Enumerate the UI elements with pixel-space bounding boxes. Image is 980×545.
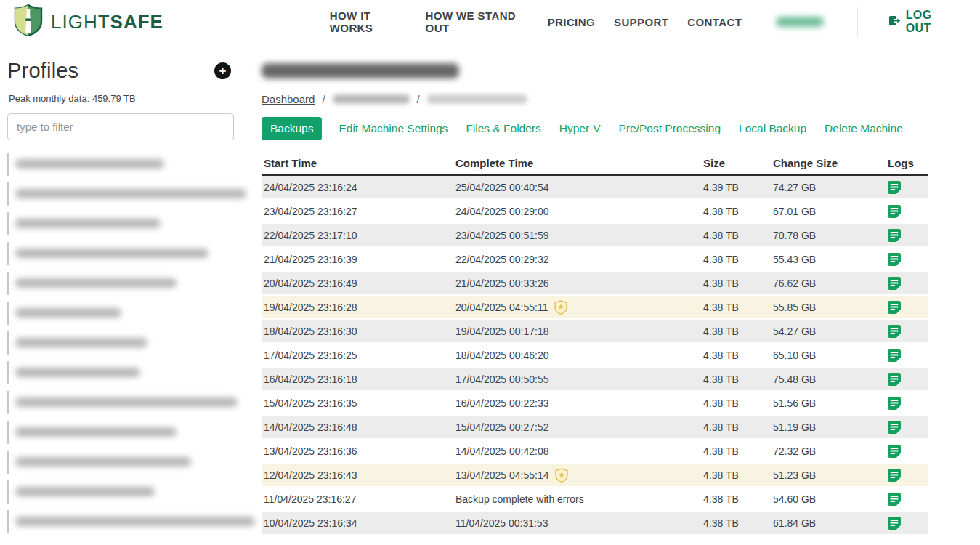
backup-table-row: 23/04/2025 23:16:27 24/04/2025 00:29:00 … [262, 200, 928, 222]
complete-time-text: 18/04/2025 00:46:20 [455, 350, 548, 361]
complete-time-cell: 16/04/2025 00:22:33 [453, 397, 703, 409]
log-file-icon[interactable] [888, 349, 901, 362]
nav-item-how-we-stand-out[interactable]: HOW WE STAND OUT [426, 9, 529, 34]
nav-item-support[interactable]: SUPPORT [614, 16, 668, 28]
log-file-icon[interactable] [888, 253, 901, 266]
profile-accent-bar [7, 421, 9, 444]
tab-local-backup[interactable]: Local Backup [737, 117, 808, 140]
complete-time-cell: 19/04/2025 00:17:18 [453, 326, 703, 337]
backup-table-row: 14/04/2025 23:16:48 15/04/2025 00:27:52 … [262, 416, 928, 438]
top-bar: LIGHTSAFE HOW IT WORKS HOW WE STAND OUT … [0, 0, 980, 44]
logs-cell [886, 277, 928, 290]
size-cell: 4.38 TB [703, 206, 773, 217]
log-file-icon[interactable] [888, 373, 901, 386]
log-file-icon[interactable] [888, 493, 901, 506]
profile-list-item[interactable] [7, 271, 256, 295]
backup-table-row: 11/04/2025 23:16:27 Backup complete with… [262, 488, 928, 510]
log-file-icon[interactable] [888, 325, 901, 338]
logs-cell [886, 445, 928, 458]
log-file-icon[interactable] [888, 229, 901, 242]
machine-title-redacted [262, 63, 459, 78]
tab-backups[interactable]: Backups [262, 117, 322, 140]
profile-list-item[interactable] [7, 301, 256, 325]
complete-time-text: 21/04/2025 00:33:26 [455, 278, 548, 289]
profile-name-redacted [15, 487, 155, 496]
logs-cell [886, 421, 928, 434]
profile-name-redacted [15, 278, 177, 288]
divider [742, 7, 742, 37]
complete-time-cell: 21/04/2025 00:33:26 [453, 278, 703, 289]
brand-logo[interactable]: LIGHTSAFE [0, 4, 206, 40]
log-file-icon[interactable] [888, 181, 901, 194]
tab-files-folders[interactable]: Files & Folders [464, 117, 542, 140]
start-time-cell: 12/04/2025 23:16:43 [262, 469, 453, 481]
profile-list-item[interactable] [7, 509, 256, 533]
tab-delete-machine[interactable]: Delete Machine [823, 117, 904, 140]
profile-list-item[interactable] [7, 241, 256, 265]
change-size-cell: 51.23 GB [773, 469, 886, 481]
complete-time-text: 23/04/2025 00:51:59 [455, 230, 548, 241]
profile-list-item[interactable] [7, 360, 256, 384]
start-time-cell: 22/04/2025 23:17:10 [262, 230, 453, 241]
start-time-cell: 18/04/2025 23:16:30 [262, 326, 453, 337]
size-cell: 4.38 TB [703, 445, 773, 457]
breadcrumb-separator: / [322, 93, 325, 105]
breadcrumb: Dashboard / / [262, 93, 980, 105]
backup-table-row: 15/04/2025 23:16:35 16/04/2025 00:22:33 … [262, 392, 928, 414]
complete-time-text: 20/04/2025 04:55:11 [455, 302, 548, 313]
profile-list-item[interactable] [7, 390, 256, 414]
start-time-cell: 19/04/2025 23:16:28 [262, 302, 453, 313]
tab-hyper-v[interactable]: Hyper-V [558, 117, 602, 140]
backup-table-row: 22/04/2025 23:17:10 23/04/2025 00:51:59 … [262, 224, 928, 246]
logs-cell [886, 517, 928, 530]
tab-edit-machine-settings[interactable]: Edit Machine Settings [337, 117, 449, 140]
profile-list-item[interactable] [7, 480, 256, 504]
profile-filter-input[interactable] [7, 113, 234, 140]
profile-list-item[interactable] [7, 152, 256, 176]
nav-item-pricing[interactable]: PRICING [548, 16, 595, 28]
nav-item-contact[interactable]: CONTACT [687, 16, 742, 28]
profile-list-item[interactable] [7, 420, 256, 444]
log-file-icon[interactable] [888, 517, 901, 530]
complete-time-text: 22/04/2025 00:29:32 [455, 254, 548, 265]
profile-list-item[interactable] [7, 211, 256, 235]
log-file-icon[interactable] [888, 445, 901, 458]
complete-time-cell: 14/04/2025 00:42:08 [453, 445, 703, 457]
profile-list-item[interactable] [7, 182, 256, 206]
profile-accent-bar [7, 451, 9, 474]
log-file-icon[interactable] [888, 301, 901, 314]
profile-list-item[interactable] [7, 331, 256, 355]
complete-time-text: Backup complete with errors [455, 493, 584, 505]
profile-name-redacted [15, 159, 164, 169]
profile-accent-bar [7, 480, 9, 504]
log-file-icon[interactable] [888, 421, 901, 434]
breadcrumb-redacted-link[interactable] [333, 94, 410, 104]
log-file-icon[interactable] [888, 205, 901, 218]
log-file-icon[interactable] [888, 277, 901, 290]
add-profile-button[interactable]: + [214, 62, 231, 79]
size-cell: 4.38 TB [703, 493, 773, 505]
sidebar-title: Profiles [7, 59, 78, 83]
profile-name-redacted [15, 308, 121, 318]
complete-time-cell: Backup complete with errors [453, 493, 703, 505]
logout-button[interactable]: LOG OUT [888, 9, 952, 35]
size-cell: 4.38 TB [703, 230, 773, 241]
breadcrumb-dashboard-link[interactable]: Dashboard [262, 93, 315, 105]
username-redacted[interactable] [776, 17, 824, 27]
profile-name-redacted [15, 249, 208, 258]
log-file-icon[interactable] [888, 397, 901, 410]
table-header-row: Start Time Complete Time Size Change Siz… [262, 151, 928, 176]
start-time-cell: 20/04/2025 23:16:49 [262, 278, 453, 289]
profile-accent-bar [7, 510, 9, 533]
change-size-cell: 70.78 GB [773, 230, 886, 241]
nav-item-how-it-works[interactable]: HOW IT WORKS [330, 9, 407, 34]
log-file-icon[interactable] [888, 469, 901, 482]
size-cell: 4.38 TB [703, 326, 773, 337]
change-size-cell: 51.56 GB [773, 397, 886, 409]
profile-list-item[interactable] [7, 450, 256, 474]
start-time-cell: 23/04/2025 23:16:27 [262, 206, 453, 217]
size-cell: 4.38 TB [703, 278, 773, 289]
size-cell: 4.38 TB [703, 421, 773, 433]
col-header-change-size: Change Size [773, 157, 886, 169]
tab-pre-post-processing[interactable]: Pre/Post Processing [617, 117, 722, 140]
